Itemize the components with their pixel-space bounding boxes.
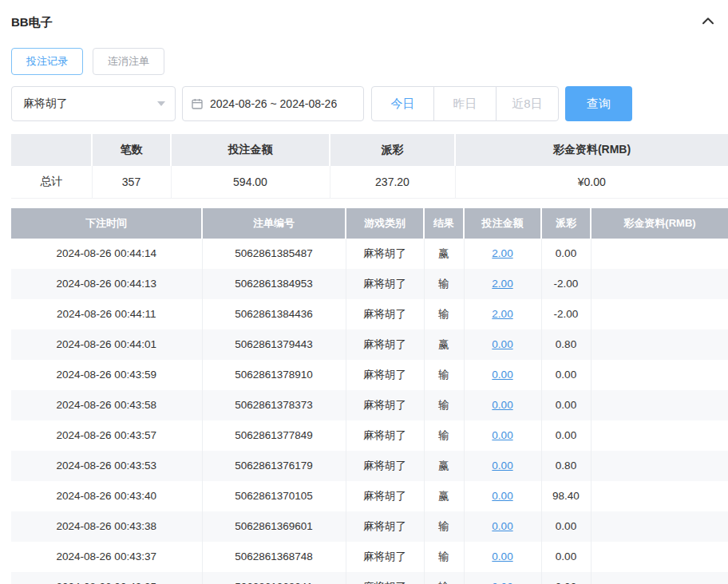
cell-order-id: 5062861378373	[202, 390, 346, 420]
cell-bet-time: 2024-08-26 00:44:01	[11, 329, 202, 360]
cell-payout: 0.00	[541, 542, 591, 572]
cell-bet-amount: 0.00	[464, 511, 541, 542]
cell-order-id: 5062861384436	[202, 299, 346, 329]
game-select[interactable]: 麻将胡了	[11, 86, 176, 121]
cell-bet-time: 2024-08-26 00:44:13	[11, 269, 202, 299]
summary-total-bet-amount: 594.00	[171, 166, 330, 198]
tab-bet-records[interactable]: 投注记录	[11, 48, 83, 75]
bet-amount-link[interactable]: 0.00	[492, 429, 512, 441]
summary-header-blank	[11, 134, 92, 166]
cell-payout: 0.00	[541, 511, 591, 542]
cell-order-id: 5062861368241	[202, 572, 346, 584]
cell-order-id: 5062861368748	[202, 542, 346, 572]
date-range-input[interactable]: 2024-08-26 ~ 2024-08-26	[182, 86, 364, 121]
table-row: 2024-08-26 00:43:57 5062861377849 麻将胡了 输…	[11, 420, 728, 451]
cell-game-type: 麻将胡了	[346, 542, 424, 572]
table-row: 2024-08-26 00:43:37 5062861368748 麻将胡了 输…	[11, 542, 728, 572]
cell-bet-time: 2024-08-26 00:43:58	[11, 390, 202, 420]
summary-header-count: 笔数	[92, 134, 171, 166]
query-button[interactable]: 查询	[565, 86, 632, 121]
col-header-bet-amount: 投注金额	[464, 208, 541, 239]
cell-bet-amount: 2.00	[464, 299, 541, 329]
cell-game-type: 麻将胡了	[346, 390, 424, 420]
cell-bet-time: 2024-08-26 00:43:37	[11, 542, 202, 572]
tab-cancel-orders[interactable]: 连消注单	[93, 48, 164, 75]
cell-bonus	[591, 239, 728, 269]
bet-amount-link[interactable]: 0.00	[492, 460, 512, 472]
cell-bet-time: 2024-08-26 00:43:53	[11, 451, 202, 481]
cell-order-id: 5062861376179	[202, 451, 346, 481]
page-title: BB电子	[11, 15, 53, 30]
table-row: 2024-08-26 00:44:11 5062861384436 麻将胡了 输…	[11, 299, 728, 329]
bet-amount-link[interactable]: 2.00	[492, 308, 512, 320]
bet-amount-link[interactable]: 0.00	[492, 520, 512, 532]
game-select-value: 麻将胡了	[23, 97, 68, 111]
cell-game-type: 麻将胡了	[346, 360, 424, 390]
cell-bonus	[591, 451, 728, 481]
cell-game-type: 麻将胡了	[346, 572, 424, 584]
col-header-order-id: 注单编号	[202, 208, 346, 239]
bet-table-body: 2024-08-26 00:44:14 5062861385487 麻将胡了 赢…	[11, 239, 728, 584]
bet-amount-link[interactable]: 0.00	[492, 490, 512, 502]
summary-table: 笔数 投注金额 派彩 彩金资料(RMB) 总计 357 594.00 237.2…	[11, 134, 728, 199]
cell-bonus	[591, 542, 728, 572]
cell-game-type: 麻将胡了	[346, 420, 424, 451]
summary-header-row: 笔数 投注金额 派彩 彩金资料(RMB)	[11, 134, 728, 166]
panel-header: BB电子	[11, 13, 728, 32]
calendar-icon	[191, 97, 204, 110]
summary-header-bet-amount: 投注金额	[171, 134, 330, 166]
cell-bonus	[591, 511, 728, 542]
cell-bonus	[591, 572, 728, 584]
cell-bet-time: 2024-08-26 00:43:59	[11, 360, 202, 390]
cell-payout: 0.00	[541, 572, 591, 584]
bet-amount-link[interactable]: 0.00	[492, 399, 512, 411]
bet-amount-link[interactable]: 0.00	[492, 369, 512, 381]
cell-bet-time: 2024-08-26 00:43:57	[11, 420, 202, 451]
cell-order-id: 5062861378910	[202, 360, 346, 390]
cell-game-type: 麻将胡了	[346, 299, 424, 329]
cell-bonus	[591, 299, 728, 329]
cell-game-type: 麻将胡了	[346, 269, 424, 299]
bet-amount-link[interactable]: 2.00	[492, 247, 512, 259]
cell-payout: 0.80	[541, 329, 591, 360]
cell-result: 输	[424, 420, 464, 451]
bet-amount-link[interactable]: 0.00	[492, 550, 512, 562]
cell-bet-amount: 0.00	[464, 451, 541, 481]
bet-amount-link[interactable]: 2.00	[492, 278, 512, 290]
summary-total-bonus: ¥0.00	[455, 166, 728, 198]
cell-order-id: 5062861369601	[202, 511, 346, 542]
bet-amount-link[interactable]: 0.00	[492, 581, 512, 584]
cell-payout: 0.00	[541, 360, 591, 390]
cell-result: 赢	[424, 451, 464, 481]
table-row: 2024-08-26 00:43:38 5062861369601 麻将胡了 输…	[11, 511, 728, 542]
cell-order-id: 5062861377849	[202, 420, 346, 451]
cell-bet-time: 2024-08-26 00:43:40	[11, 481, 202, 511]
yesterday-button[interactable]: 昨日	[433, 86, 497, 121]
cell-payout: 0.00	[541, 390, 591, 420]
cell-game-type: 麻将胡了	[346, 511, 424, 542]
col-header-bet-time: 下注时间	[11, 208, 202, 239]
cell-bet-amount: 0.00	[464, 542, 541, 572]
cell-game-type: 麻将胡了	[346, 451, 424, 481]
cell-bet-amount: 0.00	[464, 390, 541, 420]
filter-bar: 麻将胡了 2024-08-26 ~ 2024-08-26 今日 昨日 近8日 查…	[11, 86, 728, 121]
collapse-button[interactable]	[701, 14, 715, 31]
cell-payout: -2.00	[541, 269, 591, 299]
cell-bet-time: 2024-08-26 00:43:35	[11, 572, 202, 584]
cell-bet-amount: 2.00	[464, 239, 541, 269]
summary-total-count: 357	[92, 166, 171, 198]
col-header-result: 结果	[424, 208, 464, 239]
today-button[interactable]: 今日	[371, 86, 434, 121]
bet-amount-link[interactable]: 0.00	[492, 338, 512, 350]
table-row: 2024-08-26 00:44:13 5062861384953 麻将胡了 输…	[11, 269, 728, 299]
bet-records-panel: BB电子 投注记录 连消注单 麻将胡了 2024-08-26 ~ 2024-08…	[0, 0, 728, 584]
table-row: 2024-08-26 00:43:35 5062861368241 麻将胡了 输…	[11, 572, 728, 584]
table-row: 2024-08-26 00:43:53 5062861376179 麻将胡了 赢…	[11, 451, 728, 481]
cell-payout: 0.00	[541, 239, 591, 269]
last-8-days-button[interactable]: 近8日	[496, 86, 559, 121]
cell-result: 赢	[424, 329, 464, 360]
cell-bet-amount: 2.00	[464, 269, 541, 299]
cell-result: 赢	[424, 481, 464, 511]
summary-total-payout: 237.20	[330, 166, 455, 198]
cell-order-id: 5062861385487	[202, 239, 346, 269]
